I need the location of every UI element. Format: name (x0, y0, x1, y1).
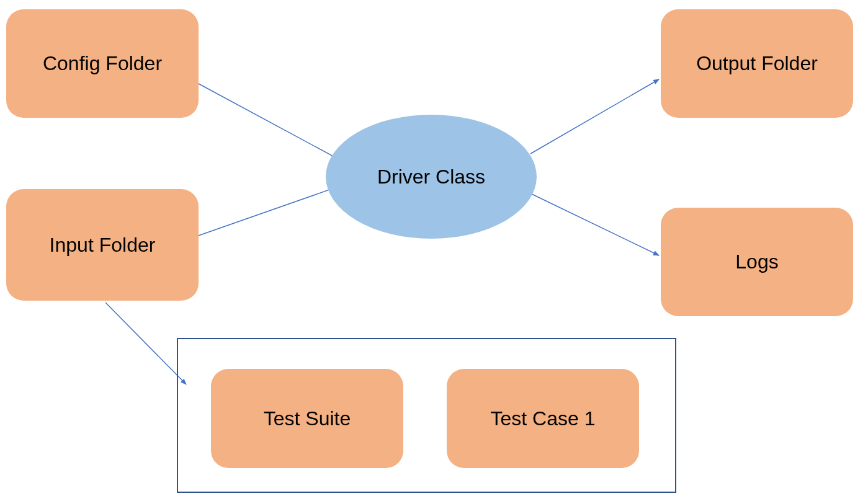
node-test-case-1: Test Case 1 (447, 369, 639, 468)
diagram-canvas: Config Folder Input Folder Driver Class … (0, 0, 868, 504)
node-label: Output Folder (696, 52, 818, 75)
edge-driver-to-logs (530, 193, 659, 255)
node-label: Test Suite (264, 407, 351, 430)
edge-input-to-container (105, 303, 186, 384)
node-test-suite: Test Suite (211, 369, 403, 468)
node-label: Config Folder (43, 52, 162, 75)
node-label: Input Folder (50, 234, 156, 257)
edge-config-to-driver (199, 84, 340, 160)
node-label: Logs (735, 250, 778, 273)
edge-input-to-driver (199, 186, 340, 236)
node-output-folder: Output Folder (661, 9, 853, 118)
node-logs: Logs (661, 208, 853, 316)
node-input-folder: Input Folder (6, 189, 199, 301)
node-config-folder: Config Folder (6, 9, 199, 118)
node-label: Driver Class (377, 166, 485, 188)
node-driver-class: Driver Class (326, 115, 537, 239)
node-label: Test Case 1 (491, 407, 596, 430)
edge-driver-to-output (530, 79, 659, 154)
